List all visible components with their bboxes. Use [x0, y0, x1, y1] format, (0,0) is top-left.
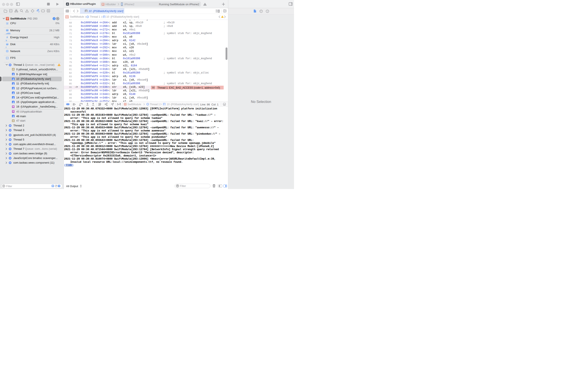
svg-text:?: ? — [267, 10, 268, 12]
svg-text:5: 5 — [67, 16, 68, 18]
svg-text:5: 5 — [7, 18, 8, 20]
